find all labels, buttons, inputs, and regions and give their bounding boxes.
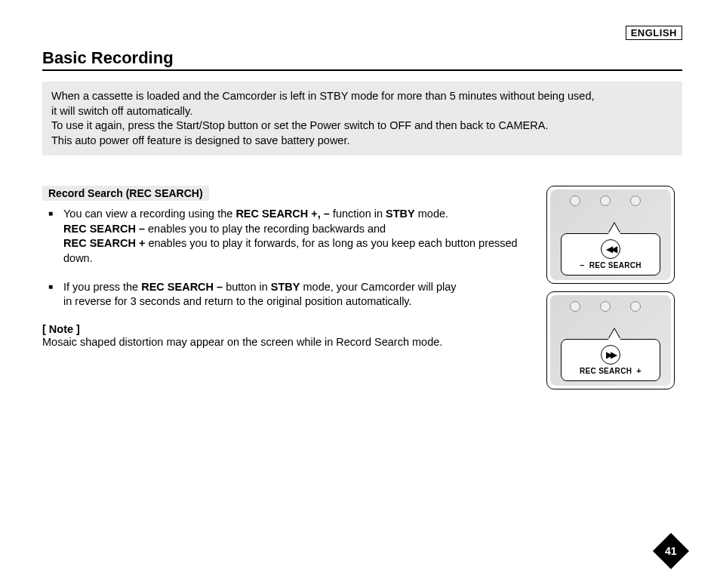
text-bold: REC SEARCH – <box>141 281 223 293</box>
text: button in <box>223 281 271 293</box>
info-line: This auto power off feature is designed … <box>51 134 673 149</box>
text: If you press the <box>63 281 141 293</box>
bullet-list: You can view a recording using the REC S… <box>42 207 539 309</box>
page-number-badge: 41 <box>653 533 689 569</box>
callout-text: REC SEARCH <box>580 367 632 375</box>
callout: ▶▶ REC SEARCH + <box>561 339 660 381</box>
manual-page: ENGLISH Basic Recording When a cassette … <box>0 0 720 588</box>
text: function in <box>330 208 386 220</box>
text: mode, your Camcorder will play <box>300 281 457 293</box>
callout-text: REC SEARCH <box>589 261 642 269</box>
language-badge: ENGLISH <box>626 26 682 40</box>
text: enables you to play the recording backwa… <box>145 223 386 235</box>
note-label: [ Note ] <box>42 323 539 335</box>
content-right: ◀◀ – REC SEARCH ▶▶ REC SEARCH + <box>546 186 682 397</box>
info-line: it will switch off automatically. <box>51 104 673 119</box>
info-line: To use it again, press the Start/Stop bu… <box>51 119 673 134</box>
content-row: Record Search (REC SEARCH) You can view … <box>42 186 682 397</box>
page-title: Basic Recording <box>42 48 682 68</box>
info-line: When a cassette is loaded and the Camcor… <box>51 89 673 104</box>
plus-icon: + <box>636 366 642 375</box>
bullet-item: You can view a recording using the REC S… <box>42 207 539 266</box>
text-bold: STBY <box>271 281 300 293</box>
callout-label: REC SEARCH + <box>580 366 642 375</box>
text: in reverse for 3 seconds and return to t… <box>63 295 412 307</box>
callout: ◀◀ – REC SEARCH <box>561 233 660 276</box>
fast-forward-icon: ▶▶ <box>601 345 620 365</box>
text-bold: REC SEARCH +, – <box>235 208 330 220</box>
content-left: Record Search (REC SEARCH) You can view … <box>42 186 546 397</box>
text: mode. <box>415 208 448 220</box>
figure-rec-search-minus: ◀◀ – REC SEARCH <box>546 186 675 284</box>
text: You can view a recording using the <box>63 208 235 220</box>
bullet-item: If you press the REC SEARCH – button in … <box>42 280 539 309</box>
text-bold: REC SEARCH – <box>63 223 145 235</box>
subheading: Record Search (REC SEARCH) <box>42 186 209 201</box>
minus-icon: – <box>580 260 584 269</box>
info-box: When a cassette is loaded and the Camcor… <box>42 82 682 155</box>
page-number: 41 <box>665 545 677 557</box>
figure-rec-search-plus: ▶▶ REC SEARCH + <box>546 291 675 389</box>
note-text: Mosaic shaped distortion may appear on t… <box>42 335 539 350</box>
rewind-icon: ◀◀ <box>601 239 620 259</box>
callout-label: – REC SEARCH <box>580 260 642 269</box>
text-bold: STBY <box>386 208 415 220</box>
title-rule <box>42 69 682 71</box>
text-bold: REC SEARCH + <box>63 237 145 249</box>
